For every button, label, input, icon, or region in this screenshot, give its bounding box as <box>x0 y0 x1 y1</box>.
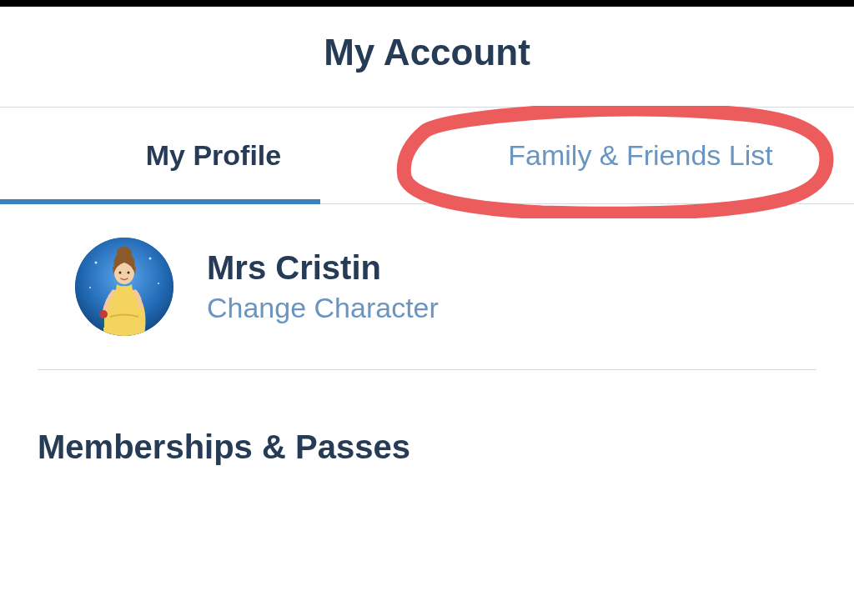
page-title: My Account <box>0 32 854 73</box>
svg-point-1 <box>95 262 98 264</box>
svg-point-9 <box>128 272 130 274</box>
section-memberships-title: Memberships & Passes <box>0 370 854 466</box>
avatar[interactable] <box>75 238 173 336</box>
tab-bar: My Profile Family & Friends List <box>0 107 854 204</box>
profile-name: Mrs Cristin <box>207 249 439 287</box>
status-bar <box>0 0 854 7</box>
profile-info: Mrs Cristin Change Character <box>207 249 439 324</box>
svg-point-2 <box>149 258 152 260</box>
page-header: My Account <box>0 7 854 107</box>
svg-point-7 <box>117 247 132 258</box>
profile-row: Mrs Cristin Change Character <box>38 204 816 370</box>
svg-point-4 <box>89 287 91 288</box>
avatar-character-icon <box>75 238 173 336</box>
tab-family-friends-label: Family & Friends List <box>508 139 772 171</box>
tab-family-friends[interactable]: Family & Friends List <box>427 108 854 203</box>
svg-point-8 <box>119 272 122 274</box>
tab-my-profile[interactable]: My Profile <box>0 108 427 203</box>
svg-point-3 <box>158 283 159 284</box>
svg-point-5 <box>99 310 108 318</box>
change-character-link[interactable]: Change Character <box>207 292 439 324</box>
tab-my-profile-label: My Profile <box>146 139 281 171</box>
